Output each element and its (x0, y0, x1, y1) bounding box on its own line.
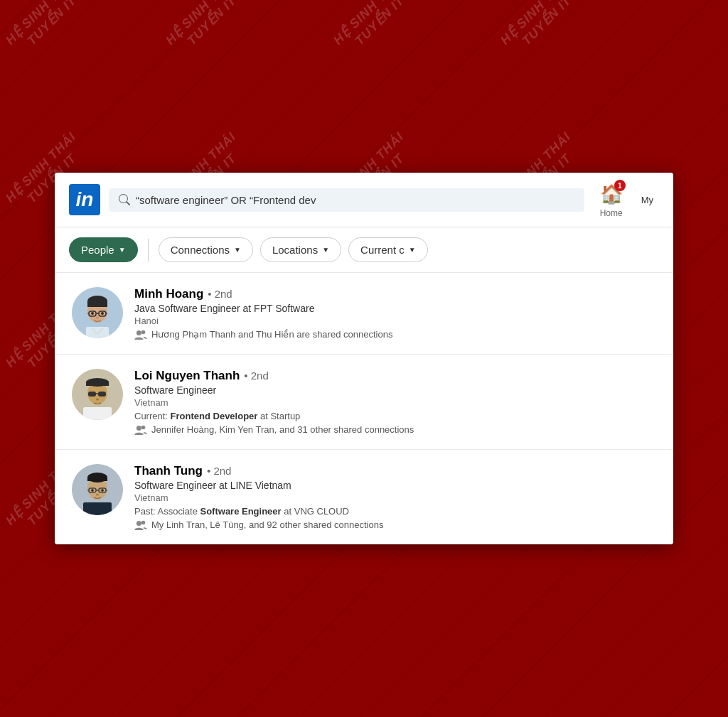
avatar (72, 464, 123, 515)
result-info: Minh Hoang • 2nd Java Software Engineer … (134, 287, 656, 340)
result-info: Loi Nguyen Thanh • 2nd Software Engineer… (134, 369, 656, 435)
avatar (72, 287, 123, 338)
header: in “software engineer” OR “Frontend dev … (55, 173, 673, 227)
svg-point-37 (101, 489, 104, 492)
svg-point-36 (91, 489, 94, 492)
result-name-line: Loi Nguyen Thanh • 2nd (134, 369, 656, 383)
connections-text: Jennifer Hoàng, Kim Yen Tran, and 31 oth… (151, 424, 414, 435)
connections-filter-btn[interactable]: Connections ▼ (159, 237, 253, 262)
linkedin-logo[interactable]: in (69, 184, 100, 215)
result-item[interactable]: Loi Nguyen Thanh • 2nd Software Engineer… (55, 355, 673, 450)
result-location: Vietnam (134, 397, 656, 408)
result-current: Current: Frontend Developer at Startup (134, 411, 656, 421)
logo-text: in (76, 190, 94, 210)
svg-rect-19 (86, 382, 109, 386)
result-degree: • 2nd (244, 370, 268, 382)
result-name: Loi Nguyen Thanh (134, 369, 240, 383)
connections-filter-label: Connections (171, 244, 230, 256)
result-item[interactable]: Thanh Tung • 2nd Software Engineer at LI… (55, 450, 673, 544)
current-filter-btn[interactable]: Current c ▼ (348, 237, 428, 262)
home-icon-wrapper: 🏠 1 (599, 181, 624, 207)
current-chevron-icon: ▼ (409, 246, 416, 254)
result-location: Vietnam (134, 492, 656, 503)
home-label: Home (600, 208, 623, 218)
svg-point-24 (136, 425, 141, 430)
svg-rect-27 (83, 502, 112, 515)
svg-rect-16 (83, 407, 112, 420)
result-location: Hanoi (134, 316, 656, 326)
result-connections: Hương Phạm Thanh and Thu Hiền are shared… (134, 329, 656, 340)
connections-text: Hương Phạm Thanh and Thu Hiền are shared… (151, 329, 392, 340)
svg-rect-4 (87, 301, 107, 307)
svg-point-14 (141, 330, 146, 334)
connections-text: My Linh Tran, Lê Tùng, and 92 other shar… (151, 519, 383, 530)
result-degree: • 2nd (208, 288, 232, 300)
header-nav: 🏠 1 Home My (593, 181, 659, 218)
my-label: My (641, 195, 653, 205)
svg-rect-30 (87, 478, 107, 481)
people-icon (134, 425, 147, 435)
home-nav-item[interactable]: 🏠 1 Home (593, 181, 630, 218)
people-filter-btn[interactable]: People ▼ (69, 237, 138, 262)
people-icon (134, 520, 147, 530)
linkedin-window: in “software engineer” OR “Frontend dev … (55, 173, 673, 544)
svg-point-11 (101, 312, 104, 315)
svg-point-40 (141, 520, 146, 524)
svg-point-23 (96, 399, 99, 401)
result-degree: • 2nd (207, 465, 231, 477)
svg-point-39 (136, 520, 141, 525)
svg-point-25 (141, 425, 146, 429)
result-info: Thanh Tung • 2nd Software Engineer at LI… (134, 464, 656, 530)
search-bar[interactable]: “software engineer” OR “Frontend dev (109, 188, 584, 212)
result-connections: Jennifer Hoàng, Kim Yen Tran, and 31 oth… (134, 424, 656, 435)
svg-point-12 (96, 317, 99, 319)
svg-rect-20 (88, 392, 96, 397)
svg-point-38 (96, 494, 99, 496)
notification-badge: 1 (614, 180, 626, 191)
filter-divider (148, 239, 149, 262)
result-name-line: Minh Hoang • 2nd (134, 287, 656, 301)
results-container: Minh Hoang • 2nd Java Software Engineer … (55, 273, 673, 544)
svg-rect-21 (98, 392, 106, 397)
connections-chevron-icon: ▼ (234, 246, 241, 254)
result-item[interactable]: Minh Hoang • 2nd Java Software Engineer … (55, 273, 673, 355)
result-current: Past: Associate Software Engineer at VNG… (134, 506, 656, 517)
people-filter-label: People (81, 244, 114, 256)
locations-filter-btn[interactable]: Locations ▼ (260, 237, 341, 262)
locations-chevron-icon: ▼ (322, 246, 329, 254)
avatar (72, 369, 123, 420)
filter-bar: People ▼ Connections ▼ Locations ▼ Curre… (55, 227, 673, 273)
result-title: Software Engineer (134, 384, 656, 396)
result-name: Thanh Tung (134, 464, 203, 478)
result-title: Java Software Engineer at FPT Software (134, 303, 656, 314)
my-nav-item[interactable]: My (636, 195, 659, 205)
result-name-line: Thanh Tung • 2nd (134, 464, 656, 478)
current-filter-label: Current c (360, 244, 405, 256)
result-name: Minh Hoang (134, 287, 203, 301)
people-chevron-icon: ▼ (119, 246, 126, 254)
svg-point-10 (91, 312, 94, 315)
result-connections: My Linh Tran, Lê Tùng, and 92 other shar… (134, 519, 656, 530)
svg-point-13 (136, 330, 141, 335)
search-value: “software engineer” OR “Frontend dev (136, 194, 316, 206)
people-icon (134, 330, 147, 340)
result-title: Software Engineer at LINE Vietnam (134, 480, 656, 491)
locations-filter-label: Locations (272, 244, 318, 256)
search-icon (119, 194, 130, 205)
